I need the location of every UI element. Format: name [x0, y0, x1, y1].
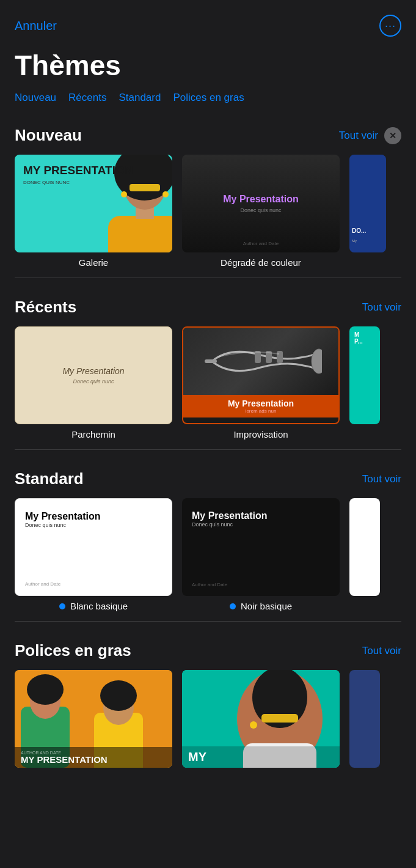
- section-nouveau-title: Nouveau: [15, 126, 82, 145]
- noir-label: Noir basique: [241, 601, 292, 611]
- polices2-title: MY: [188, 750, 334, 764]
- thumb-partial-darkblue: [349, 670, 380, 768]
- partial-blue-subtext: My: [352, 239, 357, 243]
- noir-title: My Presentation: [192, 510, 330, 521]
- svg-point-8: [312, 349, 322, 373]
- impro-bar: My Presentation lorem ads nun: [183, 395, 338, 417]
- polices-themes-row: AUTHOR AND DATE MY PRESENTATION: [15, 670, 401, 773]
- theme-card-degrade[interactable]: My Presentation Donec quis nunc Author a…: [182, 155, 340, 268]
- blanc-label: Blanc basique: [70, 601, 128, 611]
- theme-card-noir[interactable]: My Presentation Donec quis nunc Author a…: [182, 498, 340, 611]
- section-standard-header: Standard Tout voir: [15, 460, 401, 488]
- thumb-galerie: MY PRESENTATION DONEC QUIS NUNC: [15, 155, 172, 252]
- thumb-partial-white: [349, 498, 380, 596]
- section-standard: Standard Tout voir My Presentation Donec…: [0, 460, 416, 611]
- blanc-dot: [59, 603, 65, 609]
- thumb-polices-2: MY: [182, 670, 340, 768]
- more-icon: ···: [385, 20, 396, 31]
- thumb-degrade: My Presentation Donec quis nunc Author a…: [182, 155, 340, 252]
- noir-subtitle: Donec quis nunc: [192, 521, 330, 528]
- recents-tout-voir-button[interactable]: Tout voir: [362, 301, 401, 314]
- tab-recents[interactable]: Récents: [68, 92, 106, 104]
- svg-point-16: [27, 674, 64, 705]
- svg-rect-23: [261, 714, 298, 723]
- thumb-polices-1: AUTHOR AND DATE MY PRESENTATION: [15, 670, 172, 768]
- theme-card-blanc[interactable]: My Presentation Donec quis nunc Author a…: [15, 498, 172, 611]
- partial-teal-text: MP...: [349, 326, 380, 350]
- svg-point-19: [100, 680, 137, 711]
- section-polices-title: Polices en gras: [15, 641, 131, 660]
- theme-card-partial-white[interactable]: [349, 498, 380, 611]
- theme-card-galerie[interactable]: MY PRESENTATION DONEC QUIS NUNC Galerie: [15, 155, 172, 268]
- improvisation-label: Improvisation: [233, 429, 288, 440]
- polices1-text-bar: AUTHOR AND DATE MY PRESENTATION: [15, 747, 172, 768]
- tab-nouveau[interactable]: Nouveau: [15, 92, 56, 104]
- svg-rect-12: [205, 359, 217, 363]
- theme-card-polices-2[interactable]: MY: [182, 670, 340, 773]
- svg-rect-1: [108, 216, 172, 252]
- polices2-text-bar: MY: [182, 746, 340, 768]
- theme-card-partial-teal[interactable]: MP...: [349, 326, 380, 440]
- thumb-improvisation: My Presentation lorem ads nun: [182, 326, 340, 424]
- noir-label-container: Noir basique: [230, 601, 292, 611]
- theme-card-partial-blue[interactable]: Do... My: [349, 155, 386, 268]
- svg-rect-11: [277, 351, 283, 363]
- degrade-author: Author and Date: [243, 241, 279, 246]
- impro-subtitle: lorem ads nun: [191, 408, 331, 414]
- svg-point-7: [162, 191, 169, 197]
- theme-card-polices-1[interactable]: AUTHOR AND DATE MY PRESENTATION: [15, 670, 172, 773]
- cancel-button[interactable]: Annuler: [15, 19, 57, 33]
- blanc-author: Author and Date: [25, 581, 162, 587]
- thumb-noir: My Presentation Donec quis nunc Author a…: [182, 498, 340, 596]
- galerie-subtitle: DONEC QUIS NUNC: [23, 180, 133, 185]
- header: Annuler ···: [0, 0, 416, 44]
- theme-card-parchemin[interactable]: My Presentation Donec quis nunc Parchemi…: [15, 326, 172, 440]
- thumb-parchemin: My Presentation Donec quis nunc: [15, 326, 172, 424]
- partial-blue-text: Do...: [352, 227, 366, 234]
- divider-2: [15, 449, 401, 450]
- divider-1: [15, 278, 401, 278]
- nouveau-close-button[interactable]: ✕: [384, 127, 401, 144]
- tab-polices[interactable]: Polices en gras: [173, 92, 244, 104]
- degrade-label: Dégradé de couleur: [221, 257, 301, 268]
- svg-point-6: [121, 191, 127, 197]
- blanc-subtitle: Donec quis nunc: [25, 522, 162, 528]
- degrade-subtitle: Donec quis nunc: [240, 207, 281, 213]
- nouveau-tout-voir-button[interactable]: Tout voir: [339, 130, 378, 142]
- more-options-button[interactable]: ···: [379, 15, 401, 37]
- divider-3: [15, 621, 401, 622]
- tab-standard[interactable]: Standard: [119, 92, 161, 104]
- close-icon: ✕: [389, 131, 396, 140]
- polices-tout-voir-button[interactable]: Tout voir: [362, 645, 401, 657]
- recents-themes-row: My Presentation Donec quis nunc Parchemi…: [15, 326, 401, 440]
- section-nouveau-header: Nouveau Tout voir ✕: [15, 116, 401, 145]
- page-title: Thèmes: [0, 44, 416, 92]
- standard-themes-row: My Presentation Donec quis nunc Author a…: [15, 498, 401, 611]
- section-standard-title: Standard: [15, 469, 84, 488]
- parchemin-title: My Presentation: [62, 366, 124, 376]
- trumpet-icon: [200, 334, 322, 389]
- degrade-title: My Presentation: [223, 194, 299, 205]
- thumb-partial-blue: Do... My: [349, 155, 386, 252]
- blanc-title: My Presentation: [25, 511, 162, 522]
- section-polices-header: Polices en gras Tout voir: [15, 631, 401, 660]
- section-recents-header: Récents Tout voir: [15, 288, 401, 317]
- nav-tabs: Nouveau Récents Standard Polices en gras: [0, 92, 416, 116]
- section-polices: Polices en gras Tout voir: [0, 631, 416, 797]
- section-recents: Récents Tout voir My Presentation Donec …: [0, 288, 416, 440]
- blanc-label-container: Blanc basique: [59, 601, 128, 611]
- section-recents-title: Récents: [15, 298, 76, 317]
- noir-author: Author and Date: [192, 582, 330, 587]
- svg-rect-5: [130, 184, 160, 191]
- nouveau-themes-row: MY PRESENTATION DONEC QUIS NUNC Galerie …: [15, 155, 401, 268]
- theme-card-partial-darkblue[interactable]: [349, 670, 380, 773]
- thumb-partial-teal: MP...: [349, 326, 380, 424]
- standard-tout-voir-button[interactable]: Tout voir: [362, 473, 401, 485]
- impro-title: My Presentation: [191, 399, 331, 408]
- svg-point-25: [250, 721, 257, 729]
- parchemin-subtitle: Donec quis nunc: [73, 378, 114, 384]
- polices1-title: MY PRESENTATION: [21, 755, 166, 764]
- thumb-blanc: My Presentation Donec quis nunc Author a…: [15, 498, 172, 596]
- theme-card-improvisation[interactable]: My Presentation lorem ads nun Improvisat…: [182, 326, 340, 440]
- galerie-label: Galerie: [79, 257, 108, 268]
